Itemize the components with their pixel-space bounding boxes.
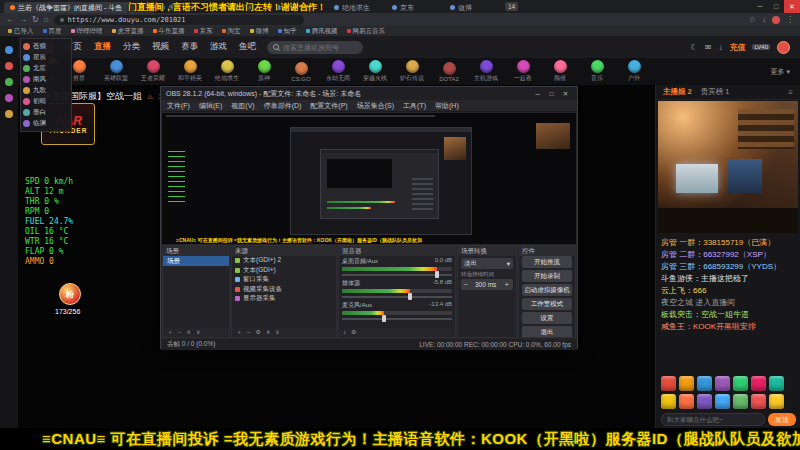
bookmark-item[interactable]: 淘宝 [222,27,241,36]
chat-input[interactable] [661,413,765,426]
obs-preview[interactable]: ≡CNAU≡ 可在直播间投诉 =我无素质游戏行为！主播语音软件：KOOK（开黑啦… [162,113,576,244]
category-more-link[interactable]: 更多 ▾ [771,67,790,77]
bookmark-item[interactable]: 知乎 [278,27,297,36]
gift-icon[interactable] [661,394,676,409]
nav-item[interactable]: 游戏 [210,41,227,53]
nav-item[interactable]: 直播 [94,41,111,53]
followed-streamer-item[interactable]: 北笙 [23,63,69,74]
user-avatar[interactable] [777,41,790,54]
volume-slider[interactable] [342,315,452,322]
rail-favicon[interactable] [5,46,13,54]
followed-streamer-item[interactable]: 临渊 [23,118,69,129]
gift-icon[interactable] [715,376,730,391]
tab-count-badge[interactable]: 14 [505,2,518,11]
scene-up-icon[interactable]: ∧ [187,328,191,337]
bookmark-item[interactable]: 网易云音乐 [347,27,386,36]
source-item[interactable]: 窗口采集 [232,275,336,285]
obs-control-button[interactable]: 开始录制 [522,270,572,282]
gift-icon[interactable] [733,394,748,409]
gift-icon[interactable] [697,376,712,391]
maximize-icon[interactable]: □ [768,0,784,13]
obs-control-button[interactable]: 设置 [522,312,572,324]
rail-favicon[interactable] [5,110,13,118]
source-item[interactable]: 文本(GDI+) 2 [232,256,336,266]
gift-icon[interactable] [733,376,748,391]
category-item[interactable]: 户外 [620,60,648,83]
mixer-speaker-icon[interactable]: ♪ [343,328,346,337]
category-item[interactable]: 穿越火线 [361,60,389,83]
obs-menu-item[interactable]: 帮助(H) [435,101,459,111]
fan-medal-icon[interactable]: 粉 [59,283,81,305]
chat-more-icon[interactable]: ≡ [788,88,793,97]
obs-menu-item[interactable]: 文件(F) [167,101,190,111]
source-item[interactable]: 视频采集设备 [232,285,336,295]
gift-icon[interactable] [697,394,712,409]
source-item[interactable]: 文本(GDI+) [232,266,336,276]
add-source-icon[interactable]: ＋ [236,328,242,337]
category-item[interactable]: 音乐 [583,60,611,83]
obs-close-icon[interactable]: ✕ [559,88,572,100]
refresh-icon[interactable]: ↻ [32,13,39,26]
browser-menu-icon[interactable]: ⋮ [786,13,794,26]
nav-item[interactable]: 赛事 [181,41,198,53]
source-down-icon[interactable]: ∨ [275,328,279,337]
source-up-icon[interactable]: ∧ [266,328,270,337]
forward-icon[interactable]: → [19,13,27,26]
downloads-icon[interactable]: ↓ [762,13,766,26]
source-settings-icon[interactable]: ⚙ [256,328,261,337]
followed-streamer-item[interactable]: 墨白 [23,107,69,118]
obs-control-button[interactable]: 工作室模式 [522,298,572,310]
volume-slider-knob[interactable] [408,293,412,300]
recharge-button[interactable]: 充值 [729,42,745,53]
nav-item[interactable]: 分类 [123,41,140,53]
transition-duration-spinner[interactable]: − 300 ms ＋ [461,279,513,290]
add-scene-icon[interactable]: ＋ [167,328,173,337]
category-item[interactable]: CS:GO [287,62,315,82]
scene-item-selected[interactable]: 场景 [163,256,229,266]
gift-icon[interactable] [751,394,766,409]
moon-icon[interactable]: ☾ [691,43,698,52]
source-item[interactable]: 显示器采集 [232,294,336,304]
back-icon[interactable]: ← [6,13,14,26]
category-item[interactable]: 和平精英 [176,60,204,83]
message-icon[interactable]: ✉ [705,43,712,52]
category-item[interactable]: DOTA2 [435,62,463,82]
bookmark-star-icon[interactable]: ☆ [749,13,756,26]
category-item[interactable]: 炉石传说 [398,60,426,83]
mixer-settings-icon[interactable]: ⚙ [351,328,356,337]
close-icon[interactable]: ✕ [784,0,800,13]
browser-tab[interactable]: 绝地求生 [328,2,386,13]
category-item[interactable]: 英雄联盟 [102,60,130,83]
bookmark-item[interactable]: 哔哩哔哩 [71,27,103,36]
url-box[interactable]: https://www.douyu.com/201021 [54,15,304,25]
followed-streamer-item[interactable]: 苍狼 [23,41,69,52]
remove-scene-icon[interactable]: − [178,328,182,337]
category-item[interactable]: 永劫无间 [324,60,352,83]
chat-tab-vip[interactable]: 贵宾榜 1 [701,87,730,97]
category-item[interactable]: 主机游戏 [472,60,500,83]
browser-tab[interactable]: 京东 [386,2,444,13]
obs-menu-item[interactable]: 场景集合(S) [357,101,394,111]
obs-control-button[interactable]: 启动虚拟摄像机 [522,284,572,296]
bookmark-item[interactable]: 已导入 [8,27,34,36]
spin-increment-icon[interactable]: ＋ [504,280,511,289]
send-button[interactable]: 发送 [768,413,796,426]
obs-menu-item[interactable]: 视图(V) [231,101,254,111]
rail-favicon[interactable] [5,94,13,102]
rail-favicon[interactable] [5,62,13,70]
category-item[interactable]: 王者荣耀 [139,60,167,83]
obs-control-button[interactable]: 开始推流 [522,256,572,268]
obs-menu-item[interactable]: 停靠部件(D) [264,101,302,111]
search-input[interactable] [283,44,353,51]
gift-icon[interactable] [679,376,694,391]
nav-item[interactable]: 鱼吧 [239,41,256,53]
site-info-icon[interactable] [60,18,64,22]
stream-player[interactable]: 【战争雷霆国际服】空战一姐 ♨ 12.8万 WAR THUNDER SPD 0 … [18,85,655,428]
obs-menu-item[interactable]: 配置文件(P) [310,101,347,111]
gift-icon[interactable] [751,376,766,391]
gift-icon[interactable] [679,394,694,409]
category-item[interactable]: 原神 [250,60,278,83]
volume-slider-knob[interactable] [382,315,386,322]
followed-streamer-item[interactable]: 星辰 [23,52,69,63]
category-item[interactable]: 绝地求生 [213,60,241,83]
